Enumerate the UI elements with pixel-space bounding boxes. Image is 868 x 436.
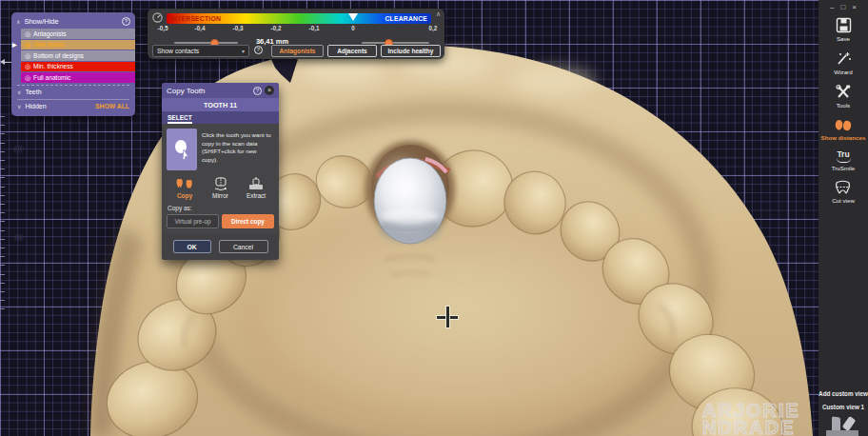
hidden-section[interactable]: ∨ Hidden SHOW ALL [11, 101, 135, 112]
ok-button[interactable]: OK [173, 240, 211, 253]
layer-label: Antagonists [33, 30, 66, 37]
tooth-number-label: TOOTH 11 [162, 98, 279, 111]
close-icon[interactable]: × [852, 3, 857, 11]
teeth-distance-icon [834, 117, 853, 132]
custom-view-1-button[interactable]: Custom view 1 [822, 404, 864, 410]
mode-extract[interactable]: Extract [240, 177, 272, 199]
selected-arrow-icon: ▶ [12, 41, 17, 48]
layer-row-jaw-scans[interactable]: ▶ ◎ Jaw scans [21, 40, 135, 50]
help-icon[interactable]: ? [253, 87, 262, 95]
upper-range-slider[interactable] [362, 42, 429, 44]
adjacents-button[interactable]: Adjacents [327, 45, 377, 57]
hidden-section-label: Hidden [25, 103, 46, 109]
layer-row-bottom-of-designs[interactable]: ◎ Bottom of designs [21, 50, 135, 61]
expand-chevron-icon[interactable]: ∨ [17, 89, 21, 95]
layer-row-min-thickness[interactable]: ◎ Min. thickness [21, 62, 135, 72]
view-cube-icon[interactable] [826, 430, 858, 436]
sidebar-item-trusmile[interactable]: Tru TruSmile [832, 149, 856, 171]
distance-toolbar: ∧ INTERSECTION CLEARANCE -0,5 -0,4 -0,3 … [148, 9, 444, 59]
show-all-button[interactable]: SHOW ALL [95, 103, 129, 109]
chevron-down-icon: ▾ [242, 48, 245, 54]
wrench-hammer-icon [835, 84, 852, 100]
mode-copy[interactable]: Copy [168, 177, 201, 199]
add-custom-view-button[interactable]: Add custom view [819, 390, 868, 397]
sidebar-item-tools[interactable]: Tools [835, 84, 852, 109]
clearance-label: CLEARANCE [385, 15, 427, 22]
instruction-text: Click the tooth you want to copy in the … [202, 129, 274, 170]
gradient-marker-icon[interactable] [348, 13, 358, 21]
tab-select[interactable]: SELECT [168, 114, 192, 124]
sidebar-item-label: Wizard [834, 69, 852, 75]
magic-wand-icon [835, 50, 852, 67]
sidebar-item-cut-view[interactable]: Cut view [832, 180, 855, 204]
collapse-chevron-icon[interactable]: ∧ [16, 18, 20, 25]
ruler-label-10: 10 [14, 233, 23, 242]
view-arrow-icon[interactable] [842, 416, 857, 431]
copy-tooth-titlebar[interactable]: Copy Tooth ? × [162, 83, 279, 98]
mode-label: Copy [177, 192, 192, 199]
lower-range-slider[interactable] [174, 42, 238, 44]
minimize-icon[interactable]: – [830, 3, 834, 11]
mode-mirror[interactable]: Mirror [205, 177, 237, 199]
show-contacts-value: Show contacts [157, 48, 199, 54]
show-contacts-dropdown[interactable]: Show contacts ▾ [152, 45, 249, 57]
antagonists-button[interactable]: Antagonists [271, 45, 324, 57]
eye-icon[interactable]: ◎ [25, 63, 30, 69]
show-hide-header[interactable]: ∧ Show/Hide ? [11, 15, 135, 28]
divider [17, 99, 129, 100]
help-icon[interactable]: ? [254, 46, 263, 54]
mode-label: Extract [247, 192, 266, 199]
eye-icon[interactable]: ◎ [25, 74, 30, 81]
tick-label: -0,5 [158, 25, 168, 31]
virtual-pre-op-button[interactable]: Virtual pre-op [167, 214, 219, 228]
layer-row-antagonists[interactable]: ◎ Antagonists [21, 29, 135, 39]
show-hide-panel: ∧ Show/Hide ? ◎ Antagonists ▶ ◎ Jaw scan… [11, 12, 135, 116]
gauge-icon[interactable] [152, 12, 163, 23]
copy-tooth-title: Copy Tooth [167, 87, 253, 95]
watermark: ARJORIE NDRADE [702, 402, 800, 436]
watermark-line2: NDRADE [702, 419, 800, 436]
sidebar-item-save[interactable]: Save [836, 17, 852, 42]
teeth-section[interactable]: ∨ Teeth [11, 87, 135, 98]
intersection-clearance-gradient[interactable]: INTERSECTION CLEARANCE [167, 13, 431, 24]
eye-icon[interactable]: ◎ [25, 52, 30, 59]
intersection-label: INTERSECTION [170, 15, 221, 22]
include-healthy-button[interactable]: Include healthy [381, 45, 441, 57]
cursor-crosshair [437, 307, 458, 327]
close-icon[interactable]: × [265, 86, 274, 95]
pick-tooth-illustration [167, 129, 197, 170]
layer-label: Min. thickness [33, 63, 73, 69]
eye-icon[interactable]: ◎ [25, 30, 30, 37]
copy-as-label: Copy as: [168, 205, 274, 211]
cancel-button[interactable]: Cancel [219, 240, 268, 253]
tick-label: -0,4 [195, 25, 206, 31]
tick-label: -0,1 [309, 25, 320, 31]
sidebar-item-label: Cut view [832, 197, 855, 204]
tick-label: -0,2 [271, 25, 282, 31]
tooth-cut-icon [835, 180, 852, 195]
view-orientation-widget[interactable] [824, 417, 862, 436]
layer-label: Bottom of designs [33, 52, 84, 59]
sidebar-item-show-distances[interactable]: Show distances [821, 117, 866, 141]
tick-label: 0,2 [429, 25, 438, 31]
tick-label: 0 [351, 25, 355, 31]
hand-pick-tooth-icon [172, 138, 191, 161]
eye-icon[interactable]: ◎ [25, 41, 30, 48]
sidebar-item-label: Tools [837, 102, 850, 109]
help-icon[interactable]: ? [122, 17, 130, 26]
layer-row-full-anatomic[interactable]: ◎ Full anatomic [21, 72, 135, 83]
restore-icon[interactable]: □ [840, 3, 845, 11]
ruler-ticks [0, 116, 5, 311]
smile-arc-icon [837, 158, 851, 163]
tooth-extract-icon [247, 177, 266, 190]
expand-chevron-icon[interactable]: ∨ [17, 103, 21, 109]
show-hide-title: Show/Hide [24, 17, 122, 26]
layer-label: Jaw scans [33, 41, 65, 48]
direct-copy-button[interactable]: Direct copy [222, 214, 274, 228]
toolbar-collapse-icon[interactable]: ∧ [436, 10, 441, 18]
sidebar-item-wizard[interactable]: Wizard [834, 50, 852, 75]
copy-tooth-dialog: Copy Tooth ? × TOOTH 11 SELECT Click the… [162, 83, 279, 260]
teeth-copy-icon [175, 177, 194, 190]
right-sidebar: – □ × Save Wizard [819, 0, 868, 436]
floppy-disk-icon [836, 17, 852, 33]
